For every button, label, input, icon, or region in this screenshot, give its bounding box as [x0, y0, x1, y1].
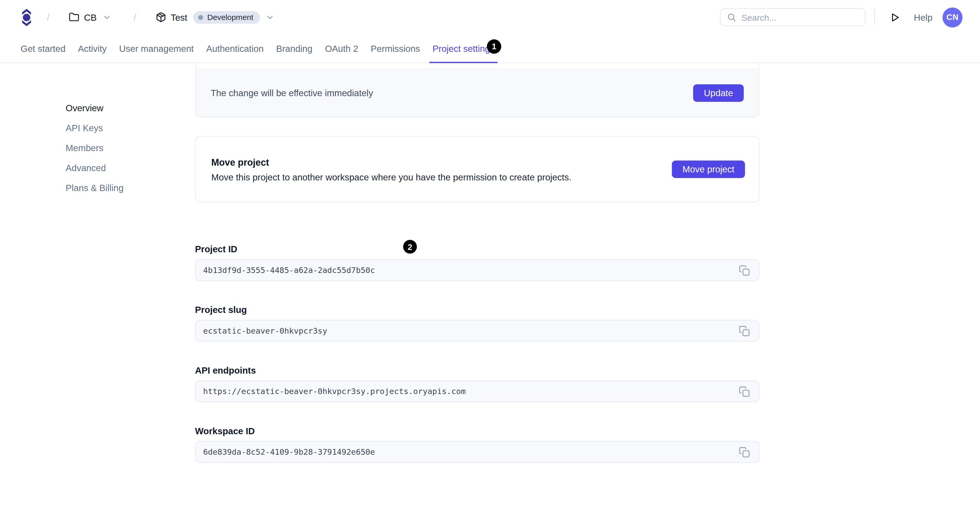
search-input[interactable]	[741, 12, 848, 22]
sidebar-item-members[interactable]: Members	[66, 144, 124, 153]
help-link[interactable]: Help	[914, 12, 932, 22]
field-project-slug: Project slug ecstatic-beaver-0hkvpcr3sy	[195, 305, 759, 342]
field-label: Project slug	[195, 305, 759, 315]
environment-dot-icon	[198, 15, 203, 20]
field-value-box: 6de839da-8c52-4109-9b28-3791492e650e	[195, 441, 759, 463]
tab-activity[interactable]: Activity	[78, 34, 107, 63]
move-project-card: Move project Move this project to anothe…	[195, 136, 759, 202]
breadcrumb: / CB / Test Development	[0, 8, 274, 27]
annotation-mark-2: 2	[403, 240, 417, 254]
ory-logo[interactable]	[21, 8, 33, 27]
settings-sidebar: Overview API Keys Members Advanced Plans…	[66, 104, 124, 204]
breadcrumb-separator: /	[47, 12, 50, 23]
package-icon	[156, 12, 166, 22]
tab-authentication[interactable]: Authentication	[206, 34, 264, 63]
tab-permissions[interactable]: Permissions	[371, 34, 420, 63]
tab-user-management[interactable]: User management	[119, 34, 194, 63]
copy-icon	[739, 325, 750, 336]
field-api-endpoints: API endpoints https://ecstatic-beaver-0h…	[195, 365, 759, 402]
workspace-name[interactable]: CB	[84, 12, 97, 22]
field-value-box: ecstatic-beaver-0hkvpcr3sy	[195, 320, 759, 342]
update-card-body	[196, 63, 759, 69]
field-label: API endpoints	[195, 365, 759, 376]
folder-icon	[69, 12, 80, 22]
tab-get-started[interactable]: Get started	[21, 34, 66, 63]
update-card: The change will be effective immediately…	[195, 63, 759, 117]
annotation-mark-1: 1	[487, 40, 501, 54]
copy-button[interactable]	[737, 263, 751, 277]
header-divider	[874, 10, 875, 25]
field-workspace-id: Workspace ID 6de839da-8c52-4109-9b28-379…	[195, 426, 759, 463]
main-content: The change will be effective immediately…	[195, 63, 759, 487]
play-icon[interactable]	[890, 12, 900, 22]
top-header: / CB / Test Development	[0, 0, 980, 35]
move-project-title: Move project	[211, 157, 571, 167]
field-label: Workspace ID	[195, 426, 759, 436]
avatar[interactable]: CN	[942, 7, 963, 27]
move-project-button[interactable]: Move project	[672, 160, 745, 178]
copy-button[interactable]	[737, 324, 751, 338]
copy-icon	[739, 264, 750, 276]
field-value-box: https://ecstatic-beaver-0hkvpcr3sy.proje…	[195, 380, 759, 402]
field-value: 4b13df9d-3555-4485-a62a-2adc55d7b50c	[203, 265, 375, 275]
breadcrumb-separator: /	[134, 12, 137, 23]
sidebar-item-overview[interactable]: Overview	[66, 104, 124, 113]
tab-project-settings[interactable]: Project settings	[433, 34, 495, 63]
sidebar-item-advanced[interactable]: Advanced	[66, 163, 124, 173]
project-fields: Project ID 4b13df9d-3555-4485-a62a-2adc5…	[195, 244, 759, 463]
move-project-description: Move this project to another workspace w…	[211, 172, 571, 182]
copy-button[interactable]	[737, 445, 751, 459]
field-label: Project ID	[195, 244, 759, 254]
move-project-text: Move project Move this project to anothe…	[211, 157, 571, 182]
field-project-id: Project ID 4b13df9d-3555-4485-a62a-2adc5…	[195, 244, 759, 281]
environment-badge: Development	[193, 11, 260, 23]
header-actions: Help CN	[720, 7, 980, 27]
copy-button[interactable]	[737, 384, 751, 398]
field-value-box: 4b13df9d-3555-4485-a62a-2adc55d7b50c	[195, 259, 759, 281]
search-box[interactable]	[720, 8, 865, 26]
update-card-footer: The change will be effective immediately…	[196, 69, 759, 117]
search-icon	[727, 13, 737, 22]
tab-branding[interactable]: Branding	[276, 34, 313, 63]
field-value: https://ecstatic-beaver-0hkvpcr3sy.proje…	[203, 387, 466, 396]
copy-icon	[739, 446, 750, 457]
project-chevron-down-icon[interactable]	[266, 13, 275, 22]
update-button[interactable]: Update	[694, 84, 744, 102]
sidebar-item-plans-billing[interactable]: Plans & Billing	[66, 184, 124, 193]
project-name[interactable]: Test	[171, 12, 187, 22]
copy-icon	[739, 386, 750, 397]
workspace-chevron-down-icon[interactable]	[102, 13, 111, 22]
sidebar-item-api-keys[interactable]: API Keys	[66, 124, 124, 133]
field-value: 6de839da-8c52-4109-9b28-3791492e650e	[203, 447, 375, 457]
tab-oauth2[interactable]: OAuth 2	[325, 34, 358, 63]
field-value: ecstatic-beaver-0hkvpcr3sy	[203, 326, 327, 335]
update-note: The change will be effective immediately	[211, 88, 373, 98]
environment-label: Development	[207, 13, 253, 22]
ory-console-page: / CB / Test Development	[0, 0, 980, 519]
